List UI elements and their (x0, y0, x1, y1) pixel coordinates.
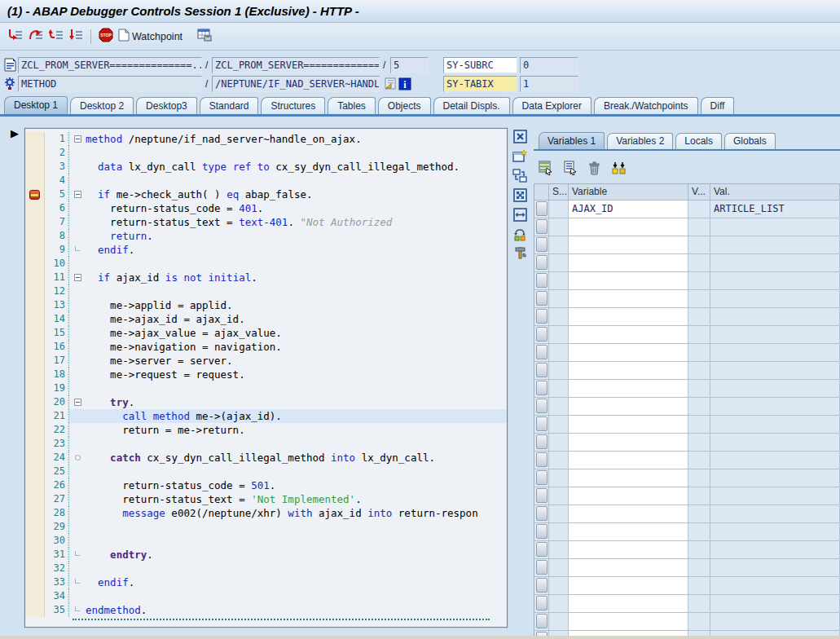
breakpoint-gutter[interactable] (25, 312, 45, 326)
column-header-select[interactable] (534, 184, 549, 201)
breakpoint-gutter[interactable] (25, 575, 45, 589)
code-line[interactable]: 32 (25, 562, 507, 575)
variable-cell[interactable] (569, 272, 688, 290)
variable-cell[interactable] (569, 541, 688, 559)
include-field[interactable]: ZCL_PROM_SERVER==============... (212, 57, 380, 73)
row-select-button[interactable] (536, 327, 548, 342)
sy-subrc-label-field[interactable]: SY-SUBRC (443, 57, 517, 73)
breakpoint-gutter[interactable] (25, 368, 45, 381)
variable-cell[interactable] (569, 523, 688, 541)
breakpoint-gutter[interactable] (25, 451, 45, 465)
tab-desktop-2[interactable]: Desktop 2 (70, 97, 134, 114)
watchpoint-button[interactable]: Watchpoint (116, 27, 185, 46)
row-select-cell[interactable] (534, 201, 549, 218)
code-line[interactable]: 24 catch cx_sy_dyn_call_illegal_method i… (25, 451, 507, 465)
variable-cell[interactable] (569, 344, 688, 362)
row-select-cell[interactable] (534, 254, 549, 272)
tab-globals[interactable]: Globals (724, 133, 776, 149)
variable-cell[interactable] (569, 398, 688, 416)
step-into-button[interactable] (6, 27, 26, 46)
row-select-cell[interactable] (534, 308, 549, 326)
fold-column[interactable] (69, 271, 86, 284)
fold-collapse-icon[interactable] (74, 274, 81, 281)
code-line[interactable]: 21 call method me->(ajax_id). (25, 409, 507, 423)
row-select-button[interactable] (536, 488, 548, 503)
code-line[interactable]: 20 try. (25, 395, 507, 409)
code-line[interactable]: 15 me->ajax_value = ajax_value. (25, 326, 507, 340)
row-select-button[interactable] (536, 470, 548, 485)
variable-cell[interactable] (569, 218, 688, 236)
fold-collapse-icon[interactable] (74, 191, 81, 198)
tab-variables-2[interactable]: Variables 2 (607, 133, 673, 149)
code-line[interactable]: 19 (25, 381, 507, 395)
fold-column[interactable] (69, 132, 86, 146)
breakpoint-gutter[interactable] (25, 174, 45, 187)
row-select-cell[interactable] (534, 613, 549, 631)
breakpoint-gutter[interactable] (25, 478, 45, 492)
abap-source-editor[interactable]: 1method /neptune/if_nad_server~handle_on… (24, 128, 508, 628)
code-line[interactable]: 34 (25, 589, 507, 603)
breakpoint-gutter[interactable] (25, 284, 45, 298)
code-line[interactable]: 17 me->server = server. (25, 354, 507, 368)
code-line[interactable]: 14 me->ajax_id = ajax_id. (25, 312, 507, 326)
variable-cell[interactable] (569, 236, 688, 254)
tab-tables[interactable]: Tables (328, 97, 376, 114)
row-select-button[interactable] (536, 578, 548, 593)
tab-standard[interactable]: Standard (200, 97, 259, 114)
code-line[interactable]: 9 endif. (25, 243, 507, 257)
row-select-button[interactable] (536, 201, 548, 216)
breakpoint-gutter[interactable] (25, 187, 45, 201)
code-line[interactable]: 33 endif. (25, 575, 507, 589)
code-line[interactable]: 7 return-status_text = text-401. "Not Au… (25, 215, 507, 229)
display-as-table-button[interactable] (539, 161, 553, 175)
change-content-button[interactable] (563, 161, 578, 175)
breakpoint-gutter[interactable] (25, 409, 45, 423)
code-line[interactable]: 31 endtry. (25, 548, 507, 562)
breakpoint-gutter[interactable] (25, 589, 45, 603)
breakpoint-gutter[interactable] (25, 340, 45, 354)
code-line[interactable]: 10 (25, 257, 507, 271)
breakpoint-gutter[interactable] (25, 132, 45, 146)
step-over-button[interactable] (26, 27, 46, 46)
fold-collapse-icon[interactable] (74, 399, 81, 406)
breakpoint-gutter[interactable] (25, 381, 45, 395)
breakpoint-gutter[interactable] (25, 562, 45, 575)
tab-structures[interactable]: Structures (261, 97, 325, 114)
stop-debugger-button[interactable]: STOP (96, 27, 116, 46)
row-select-cell[interactable] (534, 505, 549, 523)
step-return-button[interactable] (46, 27, 67, 46)
code-line[interactable]: 2 (25, 146, 507, 160)
breakpoint-gutter[interactable] (25, 298, 45, 312)
code-line[interactable]: 26 return-status_code = 501. (25, 478, 507, 492)
row-select-button[interactable] (536, 524, 548, 539)
row-select-button[interactable] (536, 309, 548, 324)
procedure-field[interactable]: /NEPTUNE/IF_NAD_SERVER~HANDL... (212, 76, 380, 92)
row-select-cell[interactable] (534, 362, 549, 380)
row-select-button[interactable] (536, 219, 548, 234)
tab-desktop-1[interactable]: Desktop 1 (4, 96, 68, 114)
swap-displays-icon[interactable] (512, 227, 527, 241)
column-header-val[interactable]: Val. (710, 184, 840, 201)
row-select-cell[interactable] (534, 344, 549, 362)
swap-panels-icon[interactable] (512, 168, 527, 183)
tab-diff[interactable]: Diff (701, 97, 735, 114)
breakpoint-gutter[interactable] (25, 215, 45, 229)
variable-cell[interactable] (569, 613, 688, 631)
variable-cell[interactable] (569, 595, 688, 613)
code-line[interactable]: 18 me->request = request. (25, 368, 507, 381)
goto-statement-icon[interactable] (383, 77, 397, 91)
row-select-cell[interactable] (534, 272, 549, 290)
code-line[interactable]: 35endmethod. (25, 603, 507, 617)
variable-cell[interactable] (569, 469, 688, 487)
row-select-button[interactable] (536, 255, 548, 270)
code-line[interactable]: 12 (25, 284, 507, 298)
configure-layout-button[interactable] (195, 27, 214, 46)
row-select-cell[interactable] (534, 218, 549, 236)
breakpoint-gutter[interactable] (25, 146, 45, 160)
services-icon[interactable] (512, 246, 527, 261)
code-line[interactable]: 4 (25, 174, 507, 187)
breakpoint-gutter[interactable] (25, 534, 45, 548)
row-select-cell[interactable] (534, 416, 549, 434)
row-select-cell[interactable] (534, 541, 549, 559)
sy-tabix-value-field[interactable]: 1 (520, 76, 578, 92)
